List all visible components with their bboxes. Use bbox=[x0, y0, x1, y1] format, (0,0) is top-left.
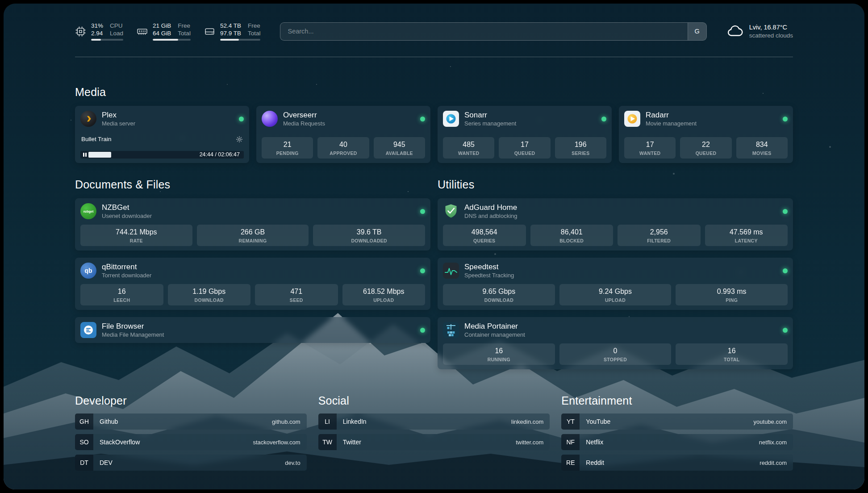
bookmark-abbr: LI bbox=[318, 414, 337, 430]
search-engine-button[interactable]: G bbox=[688, 23, 706, 40]
cpu-icon bbox=[75, 26, 86, 37]
cloud-icon bbox=[726, 23, 743, 40]
qbittorrent-card[interactable]: qb qBittorrent Torrent downloader 16 LEE… bbox=[75, 258, 430, 310]
radarr-card[interactable]: Radarr Movie management 17 WANTED 22 QUE… bbox=[619, 106, 793, 163]
dashboard-screen: 31% 2.94 CPU Load bbox=[4, 4, 864, 489]
service-name: NZBGet bbox=[102, 203, 152, 212]
pause-icon[interactable] bbox=[83, 153, 87, 157]
stat-wanted: 17 WANTED bbox=[624, 137, 676, 159]
stat-download: 9.65 Gbps DOWNLOAD bbox=[443, 284, 555, 305]
memory-widget: 21 GiB 64 GiB Free Total bbox=[137, 22, 191, 41]
bookmark-netflix[interactable]: NF Netflix netflix.com bbox=[561, 434, 793, 450]
status-indicator bbox=[601, 117, 606, 121]
bookmark-linkedin[interactable]: LI LinkedIn linkedin.com bbox=[318, 414, 550, 430]
status-indicator bbox=[420, 328, 425, 333]
bookmark-abbr: DT bbox=[75, 455, 93, 471]
bookmark-url: netflix.com bbox=[759, 439, 787, 446]
bookmark-reddit[interactable]: RE Reddit reddit.com bbox=[561, 455, 793, 471]
overseerr-card[interactable]: Overseerr Media Requests 21 PENDING 40 A… bbox=[256, 106, 430, 163]
bookmark-url: dev.to bbox=[285, 460, 300, 466]
service-name: Sonarr bbox=[464, 110, 516, 120]
nzbget-icon: nzbget bbox=[80, 203, 96, 219]
speedtest-card[interactable]: Speedtest Speedtest Tracking 9.65 Gbps D… bbox=[438, 258, 793, 310]
portainer-stats: 16 RUNNING 0 STOPPED 16 TOTAL bbox=[443, 343, 788, 365]
sonarr-card[interactable]: Sonarr Series management 485 WANTED 17 Q… bbox=[438, 106, 612, 163]
bookmark-name: Twitter bbox=[343, 439, 361, 446]
bookmark-url: twitter.com bbox=[516, 439, 543, 446]
search-input[interactable] bbox=[280, 22, 706, 41]
section-title-documents: Documents & Files bbox=[75, 178, 430, 191]
service-desc: Speedtest Tracking bbox=[464, 272, 514, 279]
stat-total: 16 TOTAL bbox=[676, 343, 788, 365]
sonarr-icon bbox=[443, 111, 459, 127]
bookmark-name: DEV bbox=[100, 459, 113, 466]
stat-remaining: 266 GB REMAINING bbox=[197, 225, 309, 246]
portainer-card[interactable]: Media Portainer Container management 16 … bbox=[438, 317, 793, 369]
status-indicator bbox=[420, 268, 425, 273]
section-title-entertainment: Entertainment bbox=[561, 394, 793, 407]
service-desc: Series management bbox=[464, 120, 516, 127]
playback-time: 24:44 / 02:06:47 bbox=[200, 151, 240, 159]
filebrowser-card[interactable]: File Browser Media File Management bbox=[75, 317, 430, 343]
service-desc: Usenet downloader bbox=[102, 212, 152, 220]
bookmark-github[interactable]: GH Github github.com bbox=[75, 414, 307, 430]
overseerr-stats: 21 PENDING 40 APPROVED 945 AVAILABLE bbox=[262, 137, 425, 159]
section-title-utilities: Utilities bbox=[438, 178, 793, 191]
bookmark-youtube[interactable]: YT YouTube youtube.com bbox=[561, 414, 793, 430]
bookmark-abbr: TW bbox=[318, 434, 337, 450]
bookmark-abbr: RE bbox=[561, 455, 580, 471]
cpu-load-value: 2.94 bbox=[91, 29, 103, 37]
status-indicator bbox=[783, 117, 788, 121]
sonarr-stats: 485 WANTED 17 QUEUED 196 SERIES bbox=[443, 137, 606, 159]
gear-icon[interactable] bbox=[236, 136, 243, 143]
speedtest-icon bbox=[443, 263, 459, 279]
service-desc: Container management bbox=[464, 331, 525, 338]
weather-widget: Lviv, 16.87°C scattered clouds bbox=[726, 23, 793, 40]
disk-free-value: 52.4 TB bbox=[220, 22, 241, 29]
service-desc: Media File Management bbox=[102, 331, 164, 338]
bookmark-url: linkedin.com bbox=[511, 418, 543, 425]
stat-download: 1.19 Gbps DOWNLOAD bbox=[168, 284, 251, 305]
playback-progress-fill bbox=[88, 152, 111, 158]
search-bar: G bbox=[280, 22, 706, 41]
stat-approved: 40 APPROVED bbox=[317, 137, 369, 159]
speedtest-stats: 9.65 Gbps DOWNLOAD 9.24 Gbps UPLOAD 0.99… bbox=[443, 284, 788, 305]
bookmark-group-social: Social LI LinkedIn linkedin.com TW Twitt… bbox=[318, 394, 550, 455]
bookmark-abbr: YT bbox=[561, 414, 580, 430]
disk-total-value: 97.9 TB bbox=[220, 29, 241, 37]
cpu-load-label: Load bbox=[110, 29, 123, 37]
playback-progress-bar[interactable]: 24:44 / 02:06:47 bbox=[80, 151, 244, 159]
bookmark-stackoverflow[interactable]: SO StackOverflow stackoverflow.com bbox=[75, 434, 307, 450]
adguard-card[interactable]: AdGuard Home DNS and adblocking 498,564 … bbox=[438, 198, 793, 251]
nzbget-card[interactable]: nzbget NZBGet Usenet downloader 744.21 M… bbox=[75, 198, 430, 251]
stat-seed: 471 SEED bbox=[255, 284, 338, 305]
disk-widget: 52.4 TB 97.9 TB Free Total bbox=[204, 22, 261, 41]
adguard-icon bbox=[443, 203, 459, 219]
plex-card[interactable]: Plex Media server Bullet Train bbox=[75, 106, 249, 163]
stat-latency: 47.569 ms LATENCY bbox=[705, 225, 788, 246]
stat-downloaded: 39.6 TB DOWNLOADED bbox=[313, 225, 425, 246]
filebrowser-icon bbox=[80, 322, 96, 338]
stat-queued: 17 QUEUED bbox=[499, 137, 550, 159]
stat-movies: 834 MOVIES bbox=[736, 137, 788, 159]
section-title-developer: Developer bbox=[75, 394, 307, 407]
status-indicator bbox=[239, 117, 244, 121]
service-desc: Media Requests bbox=[283, 120, 325, 127]
stat-upload: 618.52 Mbps UPLOAD bbox=[342, 284, 426, 305]
status-indicator bbox=[783, 209, 788, 214]
stat-blocked: 86,401 BLOCKED bbox=[530, 225, 613, 246]
header-divider bbox=[75, 57, 793, 57]
stat-available: 945 AVAILABLE bbox=[374, 137, 425, 159]
stat-series: 196 SERIES bbox=[555, 137, 606, 159]
qbittorrent-icon: qb bbox=[80, 263, 96, 279]
disk-total-label: Total bbox=[248, 29, 261, 37]
bookmark-url: stackoverflow.com bbox=[253, 439, 300, 446]
bookmark-group-developer: Developer GH Github github.com SO StackO… bbox=[75, 394, 307, 475]
qbittorrent-stats: 16 LEECH 1.19 Gbps DOWNLOAD 471 SEED 6 bbox=[80, 284, 425, 305]
stat-stopped: 0 STOPPED bbox=[559, 343, 672, 365]
service-name: AdGuard Home bbox=[464, 203, 517, 212]
stat-queued: 22 QUEUED bbox=[680, 137, 731, 159]
bookmark-dev[interactable]: DT DEV dev.to bbox=[75, 455, 307, 471]
bookmark-name: StackOverflow bbox=[100, 439, 140, 446]
bookmark-twitter[interactable]: TW Twitter twitter.com bbox=[318, 434, 550, 450]
